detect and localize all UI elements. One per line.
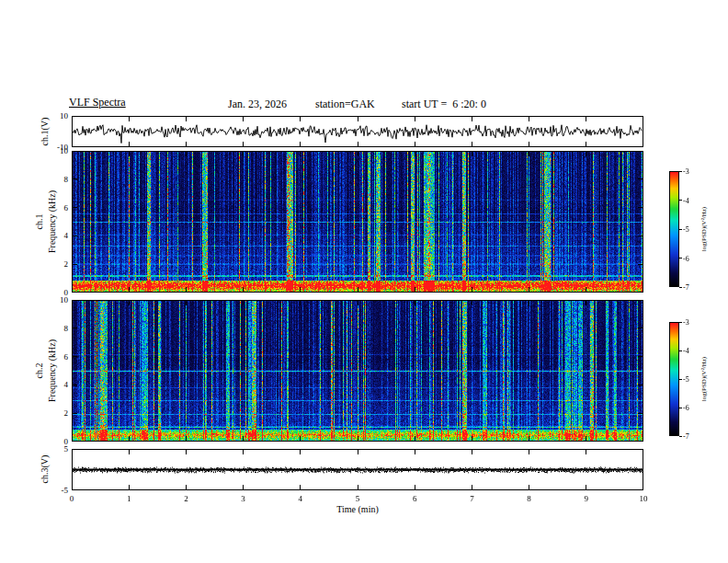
- tick-mark: [186, 152, 187, 156]
- tick-mark: [586, 436, 586, 441]
- tick-mark: [529, 117, 529, 121]
- tick-mark: [586, 485, 586, 489]
- tick-label: -5: [683, 225, 689, 234]
- tick-mark: [415, 152, 415, 156]
- tick-mark: [529, 287, 529, 292]
- ch2-spectrogram-canvas: [73, 301, 643, 441]
- tick-mark: [300, 287, 301, 292]
- tick-mark: [358, 142, 358, 146]
- plot-start-ut: start UT = 6 :20: 0: [402, 98, 486, 111]
- vlf-spectra-plot: VLF Spectra Jan. 23, 2026 station=GAK st…: [0, 0, 728, 563]
- tick-mark: [73, 413, 77, 414]
- tick-mark: [472, 450, 472, 454]
- tick-mark: [638, 413, 643, 414]
- tick-mark: [186, 301, 187, 305]
- tick-mark: [73, 327, 77, 328]
- tick-mark: [679, 171, 682, 172]
- tick-mark: [415, 117, 415, 121]
- tick-mark: [415, 436, 415, 441]
- tick-mark: [243, 142, 244, 146]
- tick-mark: [300, 301, 301, 305]
- tick-label: 0: [70, 494, 74, 503]
- ch1-frequency-ylabel: Frequency (kHz): [47, 190, 57, 253]
- tick-mark: [415, 301, 415, 305]
- tick-label: 3: [241, 494, 245, 503]
- tick-mark: [638, 207, 643, 208]
- plot-date: Jan. 23, 2026: [228, 98, 287, 111]
- ch2-channel-label: ch.2: [34, 363, 44, 379]
- tick-mark: [73, 236, 77, 236]
- tick-label: 6: [64, 352, 69, 362]
- plot-title: VLF Spectra: [69, 96, 126, 109]
- tick-mark: [415, 287, 415, 292]
- tick-mark: [472, 117, 472, 121]
- tick-mark: [300, 485, 301, 489]
- tick-mark: [129, 152, 130, 156]
- tick-mark: [358, 485, 358, 489]
- tick-mark: [358, 301, 358, 305]
- tick-mark: [358, 117, 358, 121]
- tick-mark: [586, 450, 586, 454]
- x-axis-title: Time (min): [336, 504, 378, 514]
- tick-label: 10: [60, 146, 68, 155]
- tick-mark: [638, 385, 643, 385]
- tick-mark: [472, 142, 472, 146]
- tick-mark: [586, 142, 586, 146]
- tick-mark: [586, 117, 586, 121]
- tick-mark: [415, 450, 415, 454]
- tick-label: 10: [640, 494, 648, 503]
- ch1-voltage-ylabel: ch.1(V): [40, 118, 50, 146]
- tick-label: 4: [64, 231, 69, 240]
- tick-label: -4: [683, 347, 689, 355]
- tick-label: -7: [683, 432, 689, 441]
- tick-label: -5: [62, 486, 69, 495]
- tick-mark: [679, 229, 682, 230]
- colorbar-ch2-canvas: [670, 323, 678, 435]
- tick-mark: [472, 152, 472, 156]
- tick-mark: [129, 142, 130, 146]
- tick-mark: [243, 301, 244, 305]
- ch3-waveform-canvas: [73, 450, 643, 489]
- tick-label: 10: [60, 111, 68, 121]
- tick-mark: [638, 327, 643, 328]
- tick-mark: [586, 287, 586, 292]
- tick-mark: [129, 485, 130, 489]
- tick-label: 6: [413, 494, 417, 503]
- tick-label: 10: [60, 295, 68, 304]
- tick-mark: [586, 152, 586, 156]
- tick-label: 9: [585, 494, 589, 503]
- tick-mark: [186, 450, 187, 454]
- tick-mark: [129, 301, 130, 305]
- ch1-spectrogram-canvas: [73, 152, 643, 292]
- ch1-spectrogram-panel: [72, 151, 643, 293]
- tick-mark: [186, 287, 187, 292]
- tick-mark: [638, 356, 643, 357]
- tick-mark: [73, 264, 77, 265]
- tick-label: 4: [64, 380, 69, 389]
- tick-label: 8: [527, 494, 531, 503]
- tick-mark: [186, 436, 187, 441]
- ch1-channel-label: ch.1: [34, 214, 44, 230]
- tick-label: 7: [470, 494, 474, 503]
- tick-mark: [586, 301, 586, 305]
- tick-mark: [529, 301, 529, 305]
- tick-mark: [679, 350, 682, 351]
- tick-label: -4: [683, 196, 689, 204]
- tick-mark: [638, 236, 643, 236]
- tick-mark: [300, 436, 301, 441]
- tick-mark: [472, 287, 472, 292]
- tick-mark: [300, 450, 301, 454]
- tick-label: 4: [299, 494, 303, 503]
- tick-label: 2: [64, 259, 69, 269]
- tick-mark: [358, 287, 358, 292]
- plot-station: station=GAK: [315, 98, 375, 111]
- tick-mark: [129, 450, 130, 454]
- tick-mark: [529, 450, 529, 454]
- tick-mark: [186, 142, 187, 146]
- tick-mark: [679, 258, 682, 259]
- colorbar-ch2-label: log(PSD)(V²/Hz): [700, 357, 708, 401]
- ch2-frequency-ylabel: Frequency (kHz): [47, 339, 57, 402]
- tick-mark: [679, 322, 682, 323]
- tick-mark: [73, 385, 77, 385]
- tick-mark: [243, 152, 244, 156]
